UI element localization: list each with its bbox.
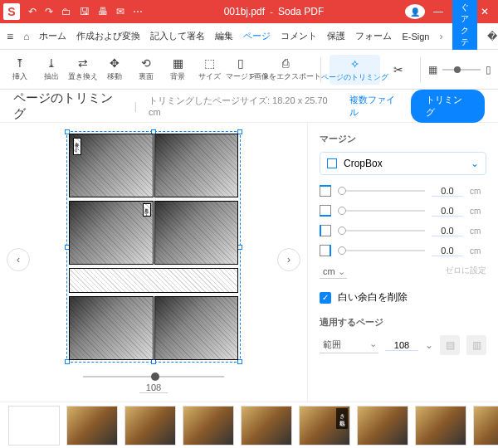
margin-left-icon [320, 225, 331, 236]
menubar: ≡ ⌂ ホーム 作成および変換 記入して署名 編集 ページ コメント 保護 フォ… [0, 23, 498, 50]
page-number[interactable]: 108 [139, 382, 168, 393]
menu-create[interactable]: 作成および変換 [76, 30, 140, 42]
menu-page[interactable]: ページ [243, 30, 271, 42]
menu-form[interactable]: フォーム [355, 30, 392, 42]
view-grid-icon[interactable]: ▦ [428, 64, 437, 75]
thumbnail[interactable] [183, 406, 234, 446]
divider [420, 57, 421, 82]
minimize-button[interactable]: — [428, 6, 448, 17]
zoom-slider[interactable] [442, 69, 481, 71]
tool-extract[interactable]: ⤓抽出 [38, 55, 65, 84]
app-logo: S [3, 3, 20, 20]
next-page-button[interactable]: › [277, 248, 300, 271]
trim-button[interactable]: トリミング [411, 90, 485, 123]
crop-frame[interactable]: 寝るか… 起きて [66, 131, 241, 363]
unit-label: cm [470, 246, 486, 256]
range-option-a[interactable]: ▤ [440, 335, 460, 355]
undo-icon[interactable]: ↶ [28, 6, 37, 17]
menu-protect[interactable]: 保護 [327, 30, 345, 42]
more-icon[interactable]: ⋯ [133, 6, 143, 17]
margin-top-slider[interactable] [338, 190, 425, 192]
page-range-row: 範囲 ⌄ ▤ ▥ [320, 335, 486, 355]
tool-move[interactable]: ✥移動 [101, 55, 128, 84]
close-button[interactable]: ✕ [475, 6, 495, 17]
trim-size-info: トリミングしたページサイズ: 18.20 x 25.70 cm [149, 95, 338, 117]
checkbox-checked-icon[interactable]: ✓ [320, 292, 331, 304]
thumbnail[interactable] [66, 406, 118, 446]
cropbox-select[interactable]: CropBox ⌄ [320, 152, 486, 175]
open-icon[interactable]: 🗀 [61, 6, 71, 17]
tool-trim-page[interactable]: ⟡ページのトリミング [330, 55, 380, 85]
menu-comment[interactable]: コメント [281, 30, 317, 42]
apply-heading: 適用するページ [320, 316, 486, 329]
prev-page-button[interactable]: ‹ [7, 248, 30, 271]
fit-page-icon[interactable]: ▯ [486, 64, 491, 75]
page-title: ページのトリミング [13, 90, 123, 122]
account-icon[interactable]: 👤 [405, 4, 425, 19]
menu-edit[interactable]: 編集 [215, 30, 233, 42]
subheader: ページのトリミング | トリミングしたページサイズ: 18.20 x 25.70… [0, 90, 498, 123]
redo-icon[interactable]: ↷ [45, 6, 53, 17]
document-title: 001bj.pdf - Soda PDF [143, 6, 405, 17]
page-range-input[interactable] [385, 340, 418, 351]
thumbnail[interactable] [8, 406, 60, 446]
margin-bottom-slider[interactable] [338, 210, 425, 212]
main-area: ‹ › 寝るか… 起きて 108 マージン CropBox ⌄ [0, 123, 498, 402]
menu-esign[interactable]: E-Sign [402, 32, 429, 41]
mail-icon[interactable]: ✉ [116, 6, 124, 17]
margin-left-input[interactable] [432, 226, 463, 236]
share-icon[interactable]: �branching [487, 31, 498, 42]
menu-sign[interactable]: 記入して署名 [150, 30, 205, 42]
remove-whitespace-label: 白い余白を削除 [338, 290, 408, 304]
margin-right-slider[interactable] [338, 250, 425, 251]
thumbnail[interactable] [473, 406, 498, 446]
unit-label: cm [470, 187, 486, 196]
reset-zero-button[interactable]: ゼロに設定 [445, 265, 486, 279]
margin-left-row: cm [320, 225, 486, 236]
tool-size[interactable]: ⬚サイズ [196, 55, 222, 84]
cropbox-label: CropBox [344, 158, 383, 169]
margin-top-input[interactable] [432, 186, 463, 197]
thumbnail-strip: き返れ。 [0, 402, 498, 448]
range-option-b[interactable]: ▥ [466, 335, 486, 355]
overflow-icon[interactable]: › [439, 31, 442, 42]
unit-label: cm [470, 226, 486, 236]
remove-whitespace-row[interactable]: ✓ 白い余白を削除 [320, 290, 486, 304]
margin-right-icon [320, 245, 331, 256]
hamburger-icon[interactable]: ≡ [7, 30, 13, 43]
chevron-down-icon[interactable]: ⌄ [425, 339, 433, 351]
print-icon[interactable]: 🖶 [98, 6, 108, 17]
thumbnail[interactable] [124, 406, 176, 446]
margin-bottom-input[interactable] [432, 206, 463, 217]
tool-reverse[interactable]: ⟲裏面 [133, 55, 159, 84]
cropbox-icon [327, 158, 337, 168]
thumbnail[interactable] [415, 406, 466, 446]
thumbnail[interactable] [241, 406, 292, 446]
tool-background[interactable]: ▦背景 [164, 55, 191, 84]
tool-crop[interactable]: ✂ [385, 61, 412, 78]
margin-left-slider[interactable] [338, 230, 425, 231]
quick-actions: ↶ ↷ 🗀 🖫 🖶 ✉ ⋯ [28, 6, 143, 17]
thumbnail[interactable]: き返れ。 [299, 406, 350, 446]
unit-label: cm [470, 207, 486, 216]
titlebar: S ↶ ↷ 🗀 🖫 🖶 ✉ ⋯ 001bj.pdf - Soda PDF 👤 —… [0, 0, 498, 23]
tool-insert[interactable]: ⤒挿入 [7, 55, 33, 84]
margin-right-input[interactable] [432, 246, 463, 256]
thumbnail[interactable] [357, 406, 408, 446]
trim-sidebar: マージン CropBox ⌄ cm cm cm cm [307, 123, 498, 402]
tool-replace[interactable]: ⇄置き換え [70, 55, 96, 84]
range-select[interactable]: 範囲 [320, 337, 378, 353]
page-content: 寝るか… 起きて [67, 132, 240, 362]
margin-bottom-row: cm [320, 205, 486, 217]
page-toolbar: ⤒挿入 ⤓抽出 ⇄置き換え ✥移動 ⟲裏面 ▦背景 ⬚サイズ ▯マージン ⎙F画… [0, 50, 498, 90]
margin-top-row: cm [320, 185, 486, 197]
unit-select[interactable]: cm [320, 265, 347, 279]
margin-heading: マージン [320, 133, 486, 145]
page-preview: ‹ › 寝るか… 起きて 108 [0, 123, 307, 402]
tool-export-image[interactable]: ⎙F画像をエクスポート [259, 55, 312, 84]
home-icon[interactable]: ⌂ [23, 31, 29, 42]
multi-file-button[interactable]: 複数ファイル [349, 94, 403, 119]
save-icon[interactable]: 🖫 [80, 6, 90, 17]
page-slider[interactable] [83, 376, 224, 377]
menu-home[interactable]: ホーム [39, 30, 66, 42]
